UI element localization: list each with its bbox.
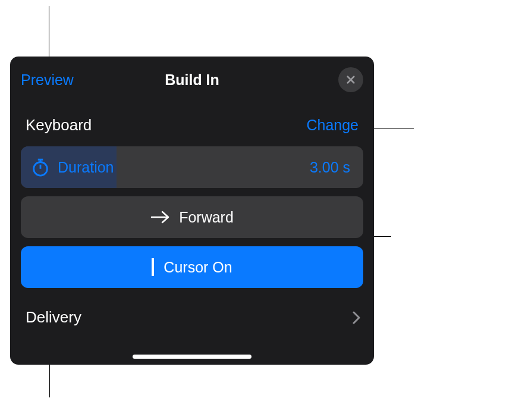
home-indicator[interactable] (133, 355, 251, 359)
panel-title: Build In (165, 71, 219, 89)
controls-group: Duration 3.00 s Forward Cursor On (10, 144, 374, 288)
arrow-right-icon (150, 210, 171, 224)
direction-button[interactable]: Forward (21, 196, 363, 238)
preview-button[interactable]: Preview (21, 71, 74, 89)
timer-icon (30, 157, 51, 177)
effect-section-header: Keyboard Change (10, 99, 374, 144)
chevron-right-icon (353, 311, 361, 324)
callout-line-preview (49, 6, 49, 57)
effect-name-label: Keyboard (26, 116, 92, 134)
close-icon (345, 74, 356, 85)
duration-label: Duration (58, 159, 310, 176)
change-button[interactable]: Change (306, 117, 359, 134)
delivery-label: Delivery (26, 308, 81, 327)
duration-content: Duration 3.00 s (21, 157, 363, 177)
delivery-row[interactable]: Delivery (10, 296, 374, 327)
direction-label: Forward (179, 209, 234, 226)
panel-header: Preview Build In (10, 57, 374, 99)
cursor-icon (152, 258, 154, 276)
cursor-label: Cursor On (163, 259, 232, 276)
build-in-panel: Preview Build In Keyboard Change D (10, 57, 374, 365)
duration-value: 3.00 s (310, 159, 350, 176)
close-button[interactable] (338, 67, 363, 92)
duration-slider[interactable]: Duration 3.00 s (21, 146, 363, 188)
cursor-toggle[interactable]: Cursor On (21, 246, 363, 288)
